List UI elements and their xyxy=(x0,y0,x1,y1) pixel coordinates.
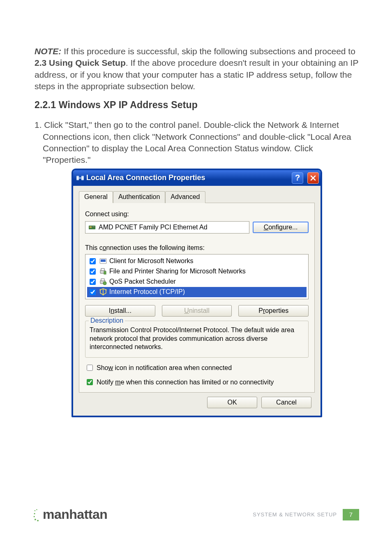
qos-scheduler-icon xyxy=(99,278,107,285)
section-heading: 2.2.1 Windows XP IP Address Setup xyxy=(35,99,359,111)
description-text: Transmission Control Protocol/Internet P… xyxy=(90,326,304,352)
page-number: 7 xyxy=(343,509,359,520)
adapter-name: AMD PCNET Family PCI Ethernet Ad xyxy=(99,224,208,231)
show-icon-label: Show icon in notification area when conn… xyxy=(97,364,232,372)
svg-point-16 xyxy=(102,294,104,296)
file-printer-sharing-icon xyxy=(99,268,107,275)
step-1: 1. Click "Start," then go to the control… xyxy=(35,119,359,166)
tab-panel-general: Connect using: AMD PCNET Family PCI Ethe… xyxy=(79,203,315,393)
connect-using-label: Connect using: xyxy=(85,210,309,218)
item-checkbox[interactable] xyxy=(90,258,96,264)
dialog-titlebar[interactable]: Local Area Connection Properties ? xyxy=(73,170,321,186)
properties-dialog: Local Area Connection Properties ? Gener… xyxy=(71,169,322,417)
network-connect-icon xyxy=(76,174,84,182)
adapter-field: AMD PCNET Family PCI Ethernet Ad xyxy=(85,221,249,234)
footer-section: SYSTEM & NETWORK SETUP xyxy=(253,511,337,518)
svg-rect-12 xyxy=(101,279,104,281)
configure-button[interactable]: CConfigure...onfigure... xyxy=(253,222,309,233)
install-button[interactable]: Install... xyxy=(85,305,155,317)
svg-point-20 xyxy=(34,516,35,517)
dialog-title: Local Area Connection Properties xyxy=(86,173,288,182)
svg-rect-2 xyxy=(81,176,84,180)
tab-strip: General Authentication Advanced xyxy=(79,191,315,203)
brand-dots-icon xyxy=(33,509,44,522)
item-checkbox[interactable] xyxy=(90,289,96,295)
svg-point-15 xyxy=(105,289,106,291)
svg-rect-10 xyxy=(104,271,106,274)
tcpip-protocol-icon xyxy=(99,288,107,296)
cancel-button[interactable]: Cancel xyxy=(261,397,311,408)
svg-point-17 xyxy=(35,510,35,511)
intro-paragraph: NOTE: If this procedure is successful, s… xyxy=(35,46,359,92)
tab-general[interactable]: General xyxy=(79,191,113,203)
svg-rect-9 xyxy=(101,268,104,271)
help-button[interactable]: ? xyxy=(292,172,303,184)
svg-rect-5 xyxy=(92,227,95,227)
note-label: NOTE: xyxy=(35,46,61,56)
list-item[interactable]: Client for Microsoft Networks xyxy=(87,256,307,266)
list-item[interactable]: QoS Packet Scheduler xyxy=(87,277,307,287)
svg-rect-1 xyxy=(76,176,79,180)
client-icon xyxy=(99,257,107,265)
svg-point-14 xyxy=(99,289,101,291)
close-button[interactable] xyxy=(307,172,319,184)
notify-checkbox-row[interactable]: Notify me when this connection has limit… xyxy=(85,378,309,386)
notify-checkbox[interactable] xyxy=(87,379,93,385)
uninstall-button: Uninstall xyxy=(162,305,232,317)
notify-label: Notify me when this connection has limit… xyxy=(97,379,274,386)
components-list[interactable]: Client for Microsoft Networks File and P… xyxy=(85,254,309,299)
list-item[interactable]: File and Printer Sharing for Microsoft N… xyxy=(87,266,307,277)
properties-button[interactable]: Properties xyxy=(238,305,309,317)
description-group-title: Description xyxy=(89,317,125,324)
tab-authentication[interactable]: Authentication xyxy=(113,191,165,203)
svg-rect-4 xyxy=(90,227,92,228)
ok-button[interactable]: OK xyxy=(207,397,257,408)
item-checkbox[interactable] xyxy=(90,268,96,275)
items-label: This connection uses the following items… xyxy=(85,244,309,252)
svg-point-22 xyxy=(37,520,39,521)
item-checkbox[interactable] xyxy=(90,279,96,285)
show-icon-checkbox-row[interactable]: Show icon in notification area when conn… xyxy=(85,363,309,372)
nic-card-icon xyxy=(89,224,96,230)
list-item-label: Internet Protocol (TCP/IP) xyxy=(109,288,185,296)
show-icon-checkbox[interactable] xyxy=(87,365,93,371)
list-item-label: File and Printer Sharing for Microsoft N… xyxy=(109,268,246,275)
svg-point-21 xyxy=(35,519,36,520)
svg-rect-7 xyxy=(101,259,106,262)
list-item-label: QoS Packet Scheduler xyxy=(109,278,176,285)
list-item-selected[interactable]: Internet Protocol (TCP/IP) xyxy=(87,287,307,297)
list-item-label: Client for Microsoft Networks xyxy=(109,257,194,265)
brand-logo: manhattan xyxy=(35,507,107,522)
description-group: Description Transmission Control Protoco… xyxy=(85,321,309,358)
svg-point-19 xyxy=(34,513,35,514)
svg-point-13 xyxy=(103,282,106,285)
tab-advanced[interactable]: Advanced xyxy=(165,191,205,203)
svg-point-18 xyxy=(36,509,37,510)
page-footer: manhattan SYSTEM & NETWORK SETUP 7 xyxy=(35,507,359,522)
